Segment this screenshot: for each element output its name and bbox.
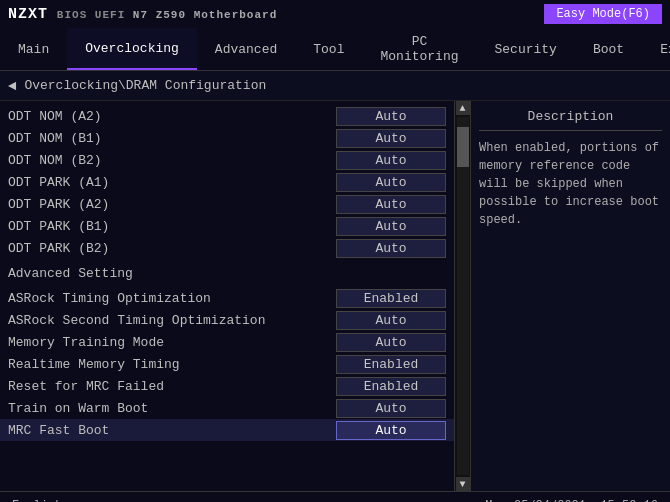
- setting-value-odt-nom-a2[interactable]: Auto: [336, 107, 446, 126]
- setting-row-odt-nom-b2[interactable]: ODT NOM (B2)Auto: [0, 149, 454, 171]
- setting-row-odt-park-b2[interactable]: ODT PARK (B2)Auto: [0, 237, 454, 259]
- setting-row-asrock-timing-opt[interactable]: ASRock Timing OptimizationEnabled: [0, 287, 454, 309]
- bottom-bar: English Mon 05/24/2021, 15:52:16: [0, 491, 670, 502]
- setting-row-mrc-fast-boot[interactable]: MRC Fast BootAuto: [0, 419, 454, 441]
- setting-row-odt-nom-a2[interactable]: ODT NOM (A2)Auto: [0, 105, 454, 127]
- main-area: ODT NOM (A2)AutoODT NOM (B1)AutoODT NOM …: [0, 101, 670, 491]
- setting-label-realtime-memory-timing: Realtime Memory Timing: [8, 357, 336, 372]
- setting-value-mrc-fast-boot[interactable]: Auto: [336, 421, 446, 440]
- nav-tab-security[interactable]: Security: [477, 28, 575, 70]
- nav-tab-advanced[interactable]: Advanced: [197, 28, 295, 70]
- setting-row-train-warm-boot[interactable]: Train on Warm BootAuto: [0, 397, 454, 419]
- description-title: Description: [479, 109, 662, 131]
- scroll-up-button[interactable]: ▲: [456, 101, 470, 115]
- scroll-thumb[interactable]: [457, 127, 469, 167]
- section-header-advanced-setting: Advanced Setting: [0, 259, 454, 287]
- setting-label-reset-mrc-failed: Reset for MRC Failed: [8, 379, 336, 394]
- setting-row-memory-training-mode[interactable]: Memory Training ModeAuto: [0, 331, 454, 353]
- brand-nzxt: NZXT: [8, 6, 48, 23]
- top-bar: NZXT BIOS UEFI N7 Z590 Motherboard Easy …: [0, 0, 670, 28]
- description-text: When enabled, portions of memory referen…: [479, 139, 662, 229]
- setting-value-memory-training-mode[interactable]: Auto: [336, 333, 446, 352]
- setting-label-memory-training-mode: Memory Training Mode: [8, 335, 336, 350]
- setting-label-mrc-fast-boot: MRC Fast Boot: [8, 423, 336, 438]
- setting-label-odt-nom-b2: ODT NOM (B2): [8, 153, 336, 168]
- setting-value-asrock-timing-opt[interactable]: Enabled: [336, 289, 446, 308]
- breadcrumb-arrow[interactable]: ◄: [8, 78, 16, 94]
- brand-info: NZXT BIOS UEFI N7 Z590 Motherboard: [8, 6, 277, 23]
- setting-value-odt-park-b2[interactable]: Auto: [336, 239, 446, 258]
- setting-label-train-warm-boot: Train on Warm Boot: [8, 401, 336, 416]
- setting-row-odt-nom-b1[interactable]: ODT NOM (B1)Auto: [0, 127, 454, 149]
- setting-value-odt-park-b1[interactable]: Auto: [336, 217, 446, 236]
- setting-row-odt-park-b1[interactable]: ODT PARK (B1)Auto: [0, 215, 454, 237]
- setting-value-reset-mrc-failed[interactable]: Enabled: [336, 377, 446, 396]
- breadcrumb-text: Overclocking\DRAM Configuration: [24, 78, 266, 93]
- language-label: English: [12, 499, 62, 503]
- setting-value-asrock-second-timing-opt[interactable]: Auto: [336, 311, 446, 330]
- settings-panel: ODT NOM (A2)AutoODT NOM (B1)AutoODT NOM …: [0, 101, 454, 491]
- nav-tab-pc-monitoring[interactable]: PC Monitoring: [362, 28, 476, 70]
- setting-value-odt-nom-b1[interactable]: Auto: [336, 129, 446, 148]
- brand-bios: BIOS UEFI: [57, 9, 133, 21]
- setting-label-odt-park-b2: ODT PARK (B2): [8, 241, 336, 256]
- scroll-track[interactable]: [457, 117, 469, 475]
- setting-value-odt-park-a1[interactable]: Auto: [336, 173, 446, 192]
- nav-tab-exit[interactable]: Exit: [642, 28, 670, 70]
- scroll-down-button[interactable]: ▼: [456, 477, 470, 491]
- setting-row-odt-park-a1[interactable]: ODT PARK (A1)Auto: [0, 171, 454, 193]
- setting-label-odt-park-a2: ODT PARK (A2): [8, 197, 336, 212]
- setting-row-asrock-second-timing-opt[interactable]: ASRock Second Timing OptimizationAuto: [0, 309, 454, 331]
- scrollbar[interactable]: ▲ ▼: [454, 101, 470, 491]
- section-header-label: Advanced Setting: [8, 266, 133, 281]
- setting-value-train-warm-boot[interactable]: Auto: [336, 399, 446, 418]
- setting-row-reset-mrc-failed[interactable]: Reset for MRC FailedEnabled: [0, 375, 454, 397]
- nav-tab-boot[interactable]: Boot: [575, 28, 642, 70]
- setting-label-asrock-second-timing-opt: ASRock Second Timing Optimization: [8, 313, 336, 328]
- setting-label-odt-park-b1: ODT PARK (B1): [8, 219, 336, 234]
- setting-value-odt-nom-b2[interactable]: Auto: [336, 151, 446, 170]
- setting-label-odt-nom-a2: ODT NOM (A2): [8, 109, 336, 124]
- description-panel: Description When enabled, portions of me…: [470, 101, 670, 491]
- breadcrumb: ◄ Overclocking\DRAM Configuration: [0, 71, 670, 101]
- nav-tab-overclocking[interactable]: Overclocking: [67, 28, 197, 70]
- setting-row-odt-park-a2[interactable]: ODT PARK (A2)Auto: [0, 193, 454, 215]
- setting-value-realtime-memory-timing[interactable]: Enabled: [336, 355, 446, 374]
- setting-label-odt-park-a1: ODT PARK (A1): [8, 175, 336, 190]
- nav-tab-main[interactable]: Main: [0, 28, 67, 70]
- setting-row-realtime-memory-timing[interactable]: Realtime Memory TimingEnabled: [0, 353, 454, 375]
- nav-tab-tool[interactable]: Tool: [295, 28, 362, 70]
- setting-label-odt-nom-b1: ODT NOM (B1): [8, 131, 336, 146]
- easy-mode-button[interactable]: Easy Mode(F6): [544, 4, 662, 24]
- brand-model: N7 Z590 Motherboard: [133, 9, 277, 21]
- datetime-label: Mon 05/24/2021, 15:52:16: [485, 499, 658, 503]
- setting-label-asrock-timing-opt: ASRock Timing Optimization: [8, 291, 336, 306]
- setting-value-odt-park-a2[interactable]: Auto: [336, 195, 446, 214]
- nav-tabs-bar: MainOverclockingAdvancedToolPC Monitorin…: [0, 28, 670, 71]
